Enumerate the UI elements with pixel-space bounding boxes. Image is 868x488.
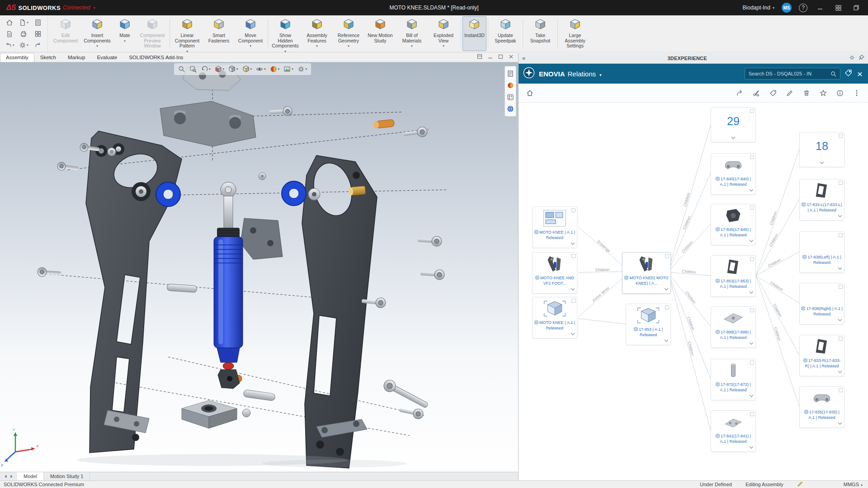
node-checkbox[interactable] [839,233,843,237]
ribbon-exploded-view-button[interactable]: Exploded View▾ [428,16,459,51]
graph-node-17-840[interactable]: 17-840(17-840) | A.1 | Released [711,153,756,195]
open-document-button[interactable] [3,28,16,39]
unit-system-selector[interactable]: MMGS▴ [844,482,863,487]
grid-view-button[interactable] [31,28,45,39]
tile-windows-button[interactable] [833,2,844,13]
minimize-button[interactable] [815,2,826,13]
ribbon-show-hidden-components-button[interactable]: Show Hidden Components▾ [269,16,301,51]
panel-settings-gear-icon[interactable] [849,55,855,61]
threeds-compass-icon[interactable] [523,67,535,80]
home-button[interactable] [3,17,16,28]
graph-node-17-841[interactable]: 17-841(17-841) | A.1 | Released [711,410,756,452]
zoom-area-button[interactable] [188,64,198,74]
node-checkbox[interactable] [665,254,669,258]
graphics-area[interactable]: Y X Z ▾▾▾▾▾▾▾▾ [0,62,518,472]
account-menu[interactable]: Biodapt-Ind▾ [743,5,774,11]
ribbon-reference-geometry-button[interactable]: Reference Geometry▾ [333,16,364,51]
close-widget-button[interactable]: × [856,69,863,79]
redo-button[interactable] [31,40,45,51]
expand-chevron-icon[interactable] [838,315,842,323]
graph-node-17-845[interactable]: 17-845(17-845) | A.1 | Released [711,204,756,245]
ribbon-assembly-features-button[interactable]: Assembly Features▾ [301,16,333,51]
expand-chevron-icon[interactable] [749,442,754,450]
pin-commandmanager-icon[interactable] [477,54,482,60]
restore-button[interactable] [851,2,862,13]
expand-chevron-icon[interactable] [571,284,575,292]
edit-pencil-icon[interactable] [797,481,803,488]
tag-icon[interactable] [844,69,852,79]
more-options-button[interactable] [853,89,861,97]
graph-node-17-899[interactable]: 17-899(17-899) | A.1 | Released [711,306,756,348]
expand-chevron-icon[interactable] [838,418,842,427]
expand-chevron-icon[interactable] [820,158,824,166]
graph-node-moto-knee-cad[interactable]: MOTO KNEE | A.1 | Released [532,297,577,338]
task-pane-scene-tab[interactable] [506,104,515,113]
node-checkbox[interactable] [750,412,754,416]
node-checkbox[interactable] [839,285,843,289]
node-checkbox[interactable] [571,208,576,212]
tab-assembly[interactable]: Assembly [0,53,34,62]
node-checkbox[interactable] [839,388,843,392]
graph-node-count-18[interactable]: 18 [799,132,844,167]
ribbon-large-assembly-settings-button[interactable]: Large Assembly Settings [559,16,591,51]
graph-node-17-838-left[interactable]: 17-838(Left) | A.1 | Released [799,231,844,273]
settings-gear-button[interactable]: ▾ [17,40,30,51]
delete-button[interactable] [802,89,811,97]
display-style-button[interactable]: ▾ [241,64,254,74]
expand-chevron-icon[interactable] [731,133,736,141]
collapse-panel-icon[interactable]: « [522,55,525,61]
apply-scene-button[interactable]: ▾ [282,64,295,74]
hide-show-items-button[interactable]: ▾ [255,64,267,74]
expand-chevron-icon[interactable] [749,185,754,193]
graph-node-17-838-right[interactable]: 17-838(Right) | A.1 | Released [799,283,844,324]
navigate-button[interactable] [736,89,744,97]
graph-node-17-853-minor[interactable]: 17-853 | A.1 | Released [626,304,671,345]
cut-button[interactable] [752,89,760,97]
task-pane-decals-tab[interactable] [506,93,515,102]
expand-chevron-icon[interactable] [838,263,842,272]
edit-button[interactable] [786,89,794,97]
model-tab-model[interactable]: Model [17,472,44,480]
graph-node-17-833-R[interactable]: 17-833-R(17-833-R) | A.1 | Released [799,335,844,376]
graph-node-17-853[interactable]: 17-853(17-853) | A.1 | Released [711,255,756,297]
node-checkbox[interactable] [571,299,576,303]
ribbon-mate-button[interactable]: Mate▾ [113,16,137,51]
expand-chevron-icon[interactable] [571,239,575,247]
ribbon-new-motion-study-button[interactable]: New Motion Study [364,16,396,51]
ribbon-bill-of-materials-button[interactable]: Bill of Materials▾ [396,16,428,51]
node-checkbox[interactable] [839,337,843,341]
ribbon-update-speedpak-button[interactable]: Update Speedpak [490,16,521,51]
favorite-button[interactable] [819,89,827,97]
ribbon-move-component-button[interactable]: Move Component▾ [235,16,266,51]
task-pane-appearances-tab[interactable] [506,81,515,90]
widget-name[interactable]: Relations [568,70,596,78]
expand-chevron-icon[interactable] [749,338,754,347]
node-checkbox[interactable] [750,361,754,365]
search-input[interactable]: Search DS - DSQAL025 - IN [745,68,840,80]
graph-node-moto-knee-drawing[interactable]: MOTO KNEE | A.1 | Released [532,206,577,248]
new-document-button[interactable]: ▾ [17,17,30,28]
ribbon-insert-components-button[interactable]: Insert Components▾ [81,16,113,51]
node-checkbox[interactable] [839,134,843,138]
ribbon-smart-fasteners-button[interactable]: Smart Fasteners [203,16,235,51]
sheet-nav-arrows[interactable] [0,472,17,480]
graph-node-17-872[interactable]: 17-872(17-872) | A.1 | Released [711,359,756,400]
zoom-fit-button[interactable] [177,64,187,74]
tag-button[interactable] [769,89,777,97]
undo-button[interactable]: ▾ [3,40,16,51]
tab-markup[interactable]: Markup [62,53,91,62]
avatar[interactable]: MS [782,3,792,13]
help-button[interactable]: ? [799,4,807,12]
home-icon[interactable] [526,89,534,97]
expand-chevron-icon[interactable] [571,329,575,337]
expand-chevron-icon[interactable] [749,391,754,399]
print-button[interactable] [17,28,30,39]
node-checkbox[interactable] [750,206,754,210]
expand-chevron-icon[interactable] [664,284,669,292]
graph-node-moto-knee-main[interactable]: MOTO KNEE( MOTO KNEE) | A... [622,252,671,294]
graph-node-17-833-L[interactable]: 17-833-L(17-833-L) | A.1 | Released [799,179,844,221]
tab-sketch[interactable]: Sketch [34,53,62,62]
chevron-down-icon[interactable]: ▾ [599,73,602,77]
node-checkbox[interactable] [571,254,576,258]
node-checkbox[interactable] [750,308,754,312]
